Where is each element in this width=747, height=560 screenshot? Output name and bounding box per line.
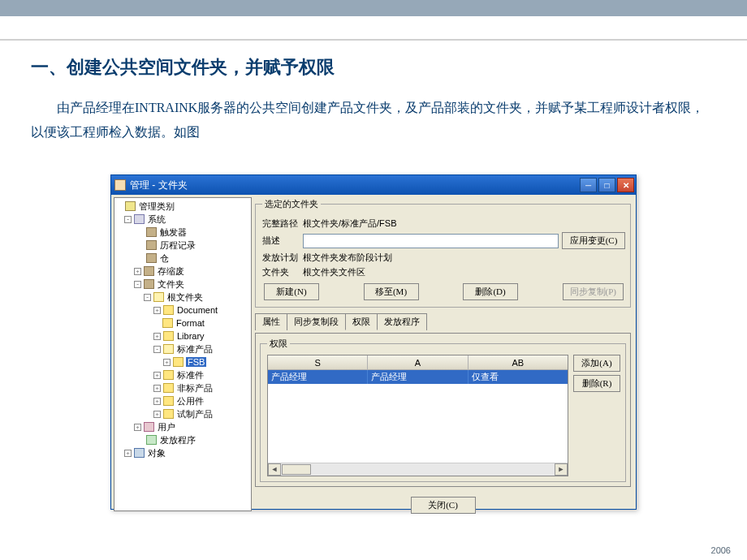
expand-icon[interactable]: + (134, 424, 141, 431)
tree-item[interactable]: 发放程序 (116, 433, 251, 446)
expand-icon[interactable]: + (153, 385, 161, 392)
h-scrollbar[interactable]: ◄ ► (268, 463, 568, 476)
delete-button[interactable]: 删除(D) (463, 283, 518, 300)
scroll-left-icon[interactable]: ◄ (268, 463, 281, 476)
table-row[interactable]: 产品经理 产品经理 仅查看 (268, 370, 568, 384)
permissions-group-label: 权限 (267, 338, 290, 350)
new-button[interactable]: 新建(N) (264, 283, 319, 300)
collapse-icon[interactable]: - (144, 294, 151, 301)
doc-icon (146, 240, 157, 250)
scroll-thumb[interactable] (282, 464, 311, 475)
permissions-group: 权限 S A AB 产品经理 产品经理 仅查看 (260, 338, 626, 482)
col-ab[interactable]: AB (468, 355, 568, 369)
col-a[interactable]: A (368, 355, 468, 369)
apply-change-button[interactable]: 应用变更(C) (562, 232, 625, 249)
tab-sync[interactable]: 同步复制段 (287, 313, 346, 330)
titlebar[interactable]: 管理 - 文件夹 ─ □ ✕ (111, 175, 636, 195)
desc-input[interactable] (303, 234, 559, 248)
tree-pane[interactable]: 管理类别 -系统 触发器 历程记录 仓 +存缩废 -文件夹 -根文件夹 +Doc… (114, 197, 252, 511)
collapse-icon[interactable]: - (134, 281, 141, 288)
folder-icon (163, 331, 174, 341)
plan-value: 根文件夹发布阶段计划 (303, 252, 392, 264)
area-value: 根文件夹文件区 (303, 266, 365, 278)
tab-permissions[interactable]: 权限 (345, 313, 378, 330)
tab-panel-permissions: 权限 S A AB 产品经理 产品经理 仅查看 (255, 333, 631, 487)
cell-ab: 仅查看 (468, 370, 568, 384)
tree-item[interactable]: +标准件 (116, 368, 251, 381)
object-icon (134, 448, 145, 458)
minimize-button[interactable]: ─ (580, 178, 597, 192)
plan-label: 发放计划 (262, 252, 303, 264)
right-pane: 选定的文件夹 完整路径 根文件夹/标准产品/FSB 描述 应用变更(C) 发放计… (252, 195, 636, 509)
scroll-right-icon[interactable]: ► (555, 463, 568, 476)
tree-item[interactable]: -文件夹 (116, 278, 251, 291)
user-icon (144, 422, 154, 432)
system-icon (134, 214, 145, 224)
collapse-icon[interactable]: - (153, 346, 161, 353)
expand-icon[interactable]: + (124, 450, 132, 457)
footer-year: 2006 (711, 545, 731, 555)
collapse-icon[interactable]: - (124, 216, 132, 223)
tab-release[interactable]: 发放程序 (377, 313, 427, 330)
maximize-button[interactable]: □ (598, 178, 615, 192)
doc-icon (144, 266, 154, 276)
tree-item-selected[interactable]: +FSB (116, 355, 251, 368)
folder-open-icon (163, 344, 174, 354)
scroll-track[interactable] (281, 463, 555, 476)
add-permission-button[interactable]: 添加(A) (573, 355, 620, 372)
tree-item[interactable]: 历程记录 (116, 239, 251, 252)
tree-item[interactable]: +公用件 (116, 394, 251, 407)
folder-icon (163, 396, 174, 406)
folder-icon (163, 383, 174, 393)
tree-item[interactable]: 仓 (116, 252, 251, 265)
folder-icon (125, 201, 136, 211)
tree-item[interactable]: -根文件夹 (116, 291, 251, 304)
tree-item[interactable]: +用户 (116, 420, 251, 433)
doc-icon (146, 253, 157, 263)
table-header: S A AB (268, 355, 568, 370)
folder-icon (163, 370, 174, 380)
tree-object[interactable]: +对象 (116, 446, 251, 459)
close-button[interactable]: ✕ (617, 178, 634, 192)
expand-icon[interactable]: + (153, 372, 161, 379)
tree-item[interactable]: +Library (116, 330, 251, 342)
cell-s: 产品经理 (268, 370, 368, 384)
slide-body-text: 由产品经理在INTRAINK服务器的公共空间创建产品文件夹，及产品部装的文件夹，… (31, 96, 716, 145)
selected-folder-group: 选定的文件夹 完整路径 根文件夹/标准产品/FSB 描述 应用变更(C) 发放计… (255, 198, 631, 308)
tree-item[interactable]: -标准产品 (116, 342, 251, 355)
tree-item[interactable]: +试制产品 (116, 407, 251, 420)
tree-item[interactable]: +Document (116, 304, 251, 317)
close-dialog-button[interactable]: 关闭(C) (411, 497, 476, 514)
app-window: 管理 - 文件夹 ─ □ ✕ 管理类别 -系统 触发器 历程记录 仓 +存缩废 … (110, 174, 637, 510)
slide-top-bar (0, 0, 747, 16)
tree-item[interactable]: Format (116, 317, 251, 330)
folder-icon (162, 318, 173, 328)
tree-item[interactable]: +存缩废 (116, 265, 251, 278)
expand-icon[interactable]: + (153, 333, 161, 340)
tree-root[interactable]: 管理类别 (116, 200, 251, 213)
expand-icon[interactable]: + (134, 268, 141, 275)
window-title: 管理 - 文件夹 (130, 179, 578, 192)
tree-item[interactable]: 触发器 (116, 226, 251, 239)
expand-icon[interactable]: + (153, 398, 161, 405)
tree-system[interactable]: -系统 (116, 213, 251, 226)
slide-title: 一、创建公共空间文件夹，并赋予权限 (31, 55, 747, 80)
move-button[interactable]: 移至(M) (364, 283, 419, 300)
path-value: 根文件夹/标准产品/FSB (303, 218, 397, 230)
expand-icon[interactable]: + (153, 411, 161, 418)
area-label: 文件夹 (262, 266, 303, 278)
col-s[interactable]: S (268, 355, 368, 369)
permissions-table[interactable]: S A AB 产品经理 产品经理 仅查看 ◄ (267, 355, 568, 476)
doc-icon (146, 227, 157, 237)
tab-attributes[interactable]: 属性 (255, 313, 287, 330)
tabs: 属性 同步复制段 权限 发放程序 (255, 312, 631, 330)
app-icon (114, 179, 126, 191)
folder-icon (163, 409, 174, 419)
expand-icon[interactable]: + (153, 307, 161, 314)
program-icon (146, 435, 157, 445)
tree-item[interactable]: +非标产品 (116, 381, 251, 394)
folder-open-icon (153, 292, 164, 302)
group-label: 选定的文件夹 (262, 198, 321, 210)
expand-icon[interactable]: + (163, 359, 171, 366)
delete-permission-button[interactable]: 删除(R) (573, 375, 620, 392)
